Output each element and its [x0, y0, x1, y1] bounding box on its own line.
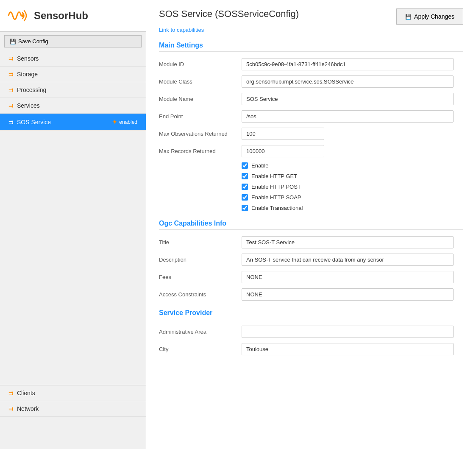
- sidebar-item-storage[interactable]: ⇉ Storage: [0, 67, 146, 82]
- sidebar-nav: ⇉ Sensors ⇉ Storage ⇉ Processing ⇉ Servi…: [0, 51, 146, 449]
- fees-input[interactable]: [242, 271, 454, 283]
- module-name-label: Module Name: [159, 96, 242, 102]
- logo-icon: [6, 4, 30, 28]
- enable-http-soap-row: Enable HTTP SOAP: [242, 194, 463, 201]
- enabled-text: enabled: [119, 119, 137, 125]
- access-constraints-label: Access Constraints: [159, 291, 242, 298]
- sidebar-item-label: Clients: [17, 390, 35, 396]
- sidebar-item-processing[interactable]: ⇉ Processing: [0, 82, 146, 98]
- sidebar-item-label: Processing: [17, 86, 46, 93]
- apply-icon: [405, 13, 412, 20]
- description-label: Description: [159, 257, 242, 263]
- enable-http-post-row: Enable HTTP POST: [242, 184, 463, 190]
- module-id-label: Module ID: [159, 61, 242, 67]
- sidebar-item-network[interactable]: ⇉ Network: [0, 401, 146, 417]
- enable-http-post-label: Enable HTTP POST: [251, 184, 301, 190]
- link-to-capabilities[interactable]: Link to capabilities: [159, 27, 463, 33]
- sidebar-item-label: Storage: [17, 71, 38, 78]
- arrow-icon: ⇉: [8, 390, 14, 396]
- page-header: SOS Service (SOSServiceConfig) Apply Cha…: [159, 8, 463, 25]
- floppy-icon: [10, 38, 16, 45]
- enable-checkbox-row: Enable: [242, 162, 463, 169]
- city-input[interactable]: [242, 343, 454, 355]
- max-obs-input[interactable]: [242, 128, 324, 140]
- save-config-label: Save Config: [18, 38, 48, 45]
- access-constraints-input[interactable]: [242, 288, 454, 301]
- enable-http-soap-label: Enable HTTP SOAP: [251, 194, 301, 201]
- max-obs-row: Max Observations Returned: [159, 128, 463, 140]
- city-row: City: [159, 343, 463, 355]
- enable-transactional-row: Enable Transactional: [242, 205, 463, 211]
- module-name-input[interactable]: [242, 93, 454, 105]
- sidebar-item-label: SOS Service: [17, 119, 51, 125]
- admin-area-row: Administrative Area: [159, 326, 463, 338]
- max-obs-label: Max Observations Returned: [159, 131, 242, 137]
- main-settings-section: Main Settings Module ID Module Class Mod…: [159, 42, 463, 211]
- title-row: Title: [159, 236, 463, 248]
- city-label: City: [159, 346, 242, 352]
- title-label: Title: [159, 239, 242, 245]
- sidebar: SensorHub Save Config ⇉ Sensors ⇉ Storag…: [0, 0, 146, 449]
- enable-transactional-checkbox[interactable]: [242, 205, 248, 211]
- admin-area-label: Administrative Area: [159, 329, 242, 335]
- apply-changes-button[interactable]: Apply Changes: [396, 8, 463, 25]
- description-row: Description: [159, 254, 463, 266]
- module-id-input[interactable]: [242, 58, 454, 70]
- enable-transactional-label: Enable Transactional: [251, 205, 303, 211]
- enable-checkbox[interactable]: [242, 162, 248, 169]
- enable-http-post-checkbox[interactable]: [242, 184, 248, 190]
- end-point-input[interactable]: [242, 110, 454, 123]
- sidebar-item-sos-service[interactable]: ⇉ SOS Service ✦ enabled: [0, 114, 146, 131]
- sidebar-item-clients[interactable]: ⇉ Clients: [0, 385, 146, 401]
- enable-http-soap-checkbox[interactable]: [242, 194, 248, 201]
- max-rec-row: Max Records Returned: [159, 145, 463, 157]
- arrow-icon: ⇉: [8, 55, 14, 62]
- ogc-capabilities-title: Ogc Capabilities Info: [159, 220, 463, 230]
- module-class-label: Module Class: [159, 78, 242, 85]
- enable-label: Enable: [251, 162, 268, 169]
- service-provider-title: Service Provider: [159, 309, 463, 319]
- logo: SensorHub: [6, 4, 88, 28]
- enabled-dot: ✦: [112, 118, 117, 126]
- enable-http-get-row: Enable HTTP GET: [242, 173, 463, 179]
- title-input[interactable]: [242, 236, 454, 248]
- max-rec-label: Max Records Returned: [159, 148, 242, 154]
- enable-http-get-label: Enable HTTP GET: [251, 173, 297, 179]
- apply-button-label: Apply Changes: [414, 13, 454, 20]
- sidebar-item-label: Sensors: [17, 55, 39, 62]
- sidebar-item-label: Services: [17, 102, 40, 109]
- fees-label: Fees: [159, 274, 242, 280]
- sidebar-item-sensors[interactable]: ⇉ Sensors: [0, 51, 146, 67]
- enable-http-get-checkbox[interactable]: [242, 173, 248, 179]
- module-class-input[interactable]: [242, 75, 454, 88]
- main-content: SOS Service (SOSServiceConfig) Apply Cha…: [146, 0, 476, 449]
- access-constraints-row: Access Constraints: [159, 288, 463, 301]
- svg-point-0: [21, 14, 24, 17]
- end-point-label: End Point: [159, 113, 242, 120]
- arrow-icon: ⇉: [8, 86, 14, 93]
- sidebar-bottom: ⇉ Clients ⇉ Network: [0, 385, 146, 417]
- arrow-icon: ⇉: [8, 119, 14, 125]
- admin-area-input[interactable]: [242, 326, 454, 338]
- page-title: SOS Service (SOSServiceConfig): [159, 8, 299, 20]
- fees-row: Fees: [159, 271, 463, 283]
- logo-text: SensorHub: [34, 10, 88, 22]
- sidebar-header: SensorHub: [0, 0, 146, 32]
- module-class-row: Module Class: [159, 75, 463, 88]
- description-input[interactable]: [242, 254, 454, 266]
- arrow-icon: ⇉: [8, 405, 14, 412]
- max-rec-input[interactable]: [242, 145, 324, 157]
- arrow-icon: ⇉: [8, 71, 14, 78]
- service-provider-section: Service Provider Administrative Area Cit…: [159, 309, 463, 355]
- end-point-row: End Point: [159, 110, 463, 123]
- main-settings-title: Main Settings: [159, 42, 463, 52]
- module-name-row: Module Name: [159, 93, 463, 105]
- arrow-icon: ⇉: [8, 102, 14, 109]
- enabled-badge: ✦ enabled: [112, 118, 137, 126]
- sidebar-item-services[interactable]: ⇉ Services: [0, 98, 146, 114]
- module-id-row: Module ID: [159, 58, 463, 70]
- save-config-button[interactable]: Save Config: [4, 35, 142, 47]
- ogc-capabilities-section: Ogc Capabilities Info Title Description …: [159, 220, 463, 301]
- sidebar-item-label: Network: [17, 405, 39, 412]
